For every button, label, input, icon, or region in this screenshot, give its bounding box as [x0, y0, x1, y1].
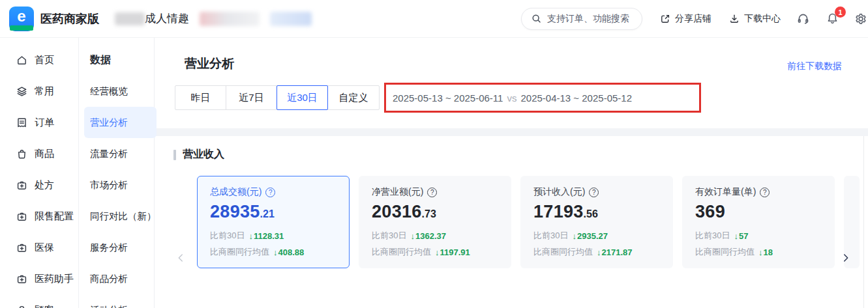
receipt-icon — [16, 117, 28, 129]
go-to-download-data-link[interactable]: 前往下载数据 — [787, 61, 842, 72]
scroll-right-button[interactable] — [840, 252, 852, 264]
redacted-badge-2 — [270, 12, 312, 26]
metric-card-title: 总成交额(元) ? — [210, 186, 337, 198]
revenue-panel: 营业收入 总成交额(元) ? 28935.21 比前30日 ↓ 1128 — [155, 136, 868, 308]
sidebar-item-label: 首页 — [35, 54, 54, 66]
metric-card-title: 有效订单量(单) ? — [695, 186, 822, 198]
sidebar-item-pharmacy-assistant[interactable]: 医药助手 — [0, 263, 78, 294]
search-icon — [531, 13, 542, 24]
tab-last-30-days[interactable]: 近30日 — [277, 86, 328, 109]
metric-card-net-revenue[interactable]: 净营业额(元) ? 20316.73 比前30日 ↓ 1362.37 比商圈同行… — [359, 176, 511, 268]
app-logo: e — [9, 7, 34, 31]
home-icon — [16, 54, 28, 66]
metric-value-dec: .56 — [584, 208, 598, 220]
panel-divider — [155, 128, 868, 136]
layers-icon — [16, 85, 28, 98]
share-store-button[interactable]: 分享店铺 — [659, 13, 711, 25]
down-arrow-icon: ↓ — [758, 247, 763, 257]
scrollbar-track — [863, 136, 864, 308]
submenu-item-activity-analysis[interactable]: 活动分析 — [84, 294, 157, 308]
date-range-display[interactable]: 2025-05-13 ~ 2025-06-11vs2025-04-13 ~ 20… — [393, 92, 632, 104]
shopping-bag-icon — [16, 148, 28, 160]
search-placeholder: 支持订单、功能搜索 — [547, 13, 629, 25]
compare-peer-row: 比商圈同行均值 ↓ 408.88 — [210, 246, 337, 258]
sidebar-item-label: 常用 — [35, 85, 54, 98]
metric-value-dec: .21 — [260, 208, 275, 220]
metric-title-text: 净营业额(元) — [372, 186, 423, 198]
share-icon — [659, 13, 671, 25]
submenu-item-business-overview[interactable]: 经营概览 — [84, 76, 157, 107]
page-title: 营业分析 — [185, 55, 234, 72]
down-arrow-icon: ↓ — [597, 247, 601, 257]
compare-peer-value: 408.88 — [278, 247, 305, 257]
primary-nav: 首页 常用 订单 — [0, 38, 78, 308]
sidebar-item-frequent[interactable]: 常用 — [0, 76, 78, 107]
down-arrow-icon: ↓ — [734, 231, 738, 241]
medical-kit-icon — [16, 273, 28, 285]
help-icon[interactable]: ? — [760, 188, 770, 197]
submenu-item-market-analysis[interactable]: 市场分析 — [84, 169, 157, 201]
metric-card-title: 净营业额(元) ? — [372, 186, 498, 198]
sidebar-item-label: 医药助手 — [35, 273, 74, 285]
section-header: 营业收入 — [173, 148, 224, 161]
help-icon[interactable]: ? — [589, 188, 599, 197]
compare-prev-value: 2935.27 — [577, 231, 608, 241]
download-icon — [728, 13, 740, 25]
sidebar-item-label: 医保 — [35, 242, 54, 254]
compare-prev-label: 比前30日 — [695, 230, 730, 242]
sidebar-item-products[interactable]: 商品 — [0, 138, 78, 169]
sidebar-item-orders[interactable]: 订单 — [0, 107, 78, 138]
sidebar-item-label: 处方 — [35, 179, 54, 191]
down-arrow-icon: ↓ — [248, 231, 253, 241]
compare-prev-value: 1128.31 — [254, 231, 284, 241]
compare-prev-value: 57 — [739, 231, 748, 241]
compare-prev-label: 比前30日 — [372, 230, 406, 242]
sidebar-item-prescription[interactable]: 处方 — [0, 169, 78, 201]
download-center-button[interactable]: 下载中心 — [728, 13, 781, 25]
down-arrow-icon: ↓ — [410, 231, 415, 241]
global-search-input[interactable]: 支持订单、功能搜索 — [521, 8, 642, 30]
submenu-item-peer-comparison[interactable]: 同行对比（新） — [84, 201, 157, 232]
scroll-left-button[interactable] — [175, 252, 187, 264]
metric-value-int: 28935 — [210, 202, 260, 222]
metric-title-text: 总成交额(元) — [210, 186, 262, 198]
submenu-item-product-analysis[interactable]: 商品分析 — [84, 263, 157, 294]
sidebar-item-medical-insurance[interactable]: 医保 — [0, 232, 78, 263]
tab-yesterday[interactable]: 昨日 — [175, 86, 226, 109]
tab-last-7-days[interactable]: 近7日 — [226, 86, 277, 109]
sidebar-item-label: 限售配置 — [35, 210, 74, 223]
compare-peer-row: 比商圈同行均值 ↓ 18 — [695, 246, 822, 258]
redacted-badge-1 — [200, 12, 260, 26]
settings-gear-button[interactable] — [854, 12, 868, 26]
submenu-item-traffic-analysis[interactable]: 流量分析 — [84, 138, 157, 169]
logo-ribbon — [10, 25, 33, 31]
support-headset-button[interactable] — [796, 12, 810, 25]
sidebar-item-customers[interactable]: 顾客 — [0, 294, 78, 308]
main-content: 营业分析 前往下载数据 昨日 近7日 近30日 自定义 2025-05-13 ~… — [155, 38, 868, 308]
compare-prev-label: 比前30日 — [533, 230, 568, 242]
submenu-item-business-analysis[interactable]: 营业分析 — [84, 107, 157, 138]
notifications-bell-button[interactable]: 1 — [826, 12, 839, 25]
share-store-label: 分享店铺 — [675, 13, 711, 25]
metric-value: 369 — [695, 202, 822, 222]
sidebar-item-sale-limit-config[interactable]: 限售配置 — [0, 201, 78, 232]
submenu-item-service-analysis[interactable]: 服务分析 — [84, 232, 157, 263]
data-submenu: 数据 经营概览 营业分析 流量分析 市场分析 同行对比（新） 服务分析 商品分析… — [78, 38, 160, 308]
metric-card-estimated-income[interactable]: 预计收入(元) ? 17193.56 比前30日 ↓ 2935.27 比商圈同行… — [520, 176, 673, 268]
compare-peer-value: 1197.91 — [440, 247, 470, 257]
compare-prev-row: 比前30日 ↓ 1362.37 — [372, 230, 498, 242]
metric-value-int: 369 — [695, 202, 725, 222]
metric-cards: 总成交额(元) ? 28935.21 比前30日 ↓ 1128.31 比商圈同行… — [197, 176, 860, 268]
metric-card-valid-orders[interactable]: 有效订单量(单) ? 369 比前30日 ↓ 57 比商圈同行均值 ↓ 18 — [682, 176, 835, 268]
section-title: 营业收入 — [183, 148, 224, 161]
help-icon[interactable]: ? — [265, 188, 275, 197]
help-icon[interactable]: ? — [427, 188, 437, 197]
compare-peer-label: 比商圈同行均值 — [533, 246, 593, 258]
metric-card-total-gmv[interactable]: 总成交额(元) ? 28935.21 比前30日 ↓ 1128.31 比商圈同行… — [197, 176, 350, 268]
compare-peer-label: 比商圈同行均值 — [695, 246, 755, 258]
tab-custom[interactable]: 自定义 — [328, 86, 379, 109]
submenu-section-title: 数据 — [84, 44, 157, 76]
date-range-tabs: 昨日 近7日 近30日 自定义 — [175, 85, 380, 110]
metric-value-int: 17193 — [533, 202, 584, 222]
sidebar-item-home[interactable]: 首页 — [0, 44, 78, 76]
